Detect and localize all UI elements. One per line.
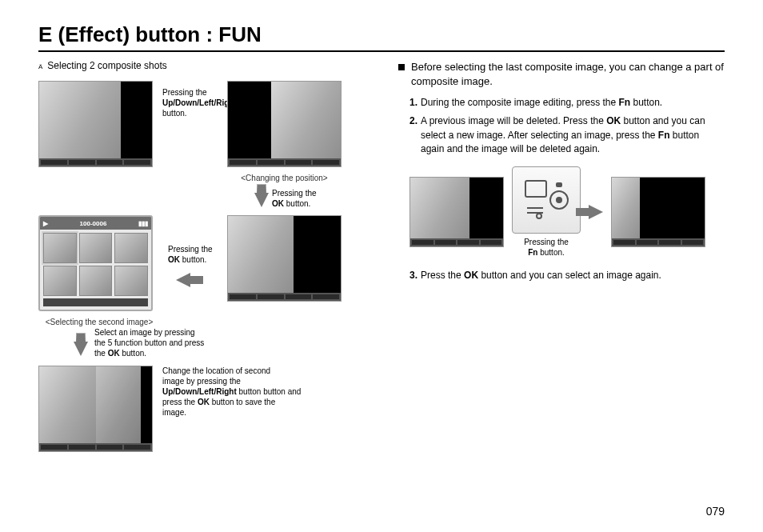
left-column: Ä Selecting 2 composite shots Pressing t… [38,60,382,462]
gallery-cell [114,233,148,263]
camera-back-icon [512,166,581,234]
gallery-cell [79,233,113,263]
arrow-down-icon [254,193,269,207]
gallery-cell [79,266,113,296]
right-thumb-2 [611,177,705,247]
arrow-left-icon [176,273,190,287]
right-heading: Before selecting the last composite imag… [398,60,725,88]
columns: Ä Selecting 2 composite shots Pressing t… [38,60,725,462]
play-icon: ▶ [43,220,48,227]
subheading-text: Selecting 2 composite shots [47,60,166,71]
arrow-right-icon [589,205,603,219]
press-ok-note-2: Pressing the OK button. [168,244,222,265]
gallery-cell [43,233,77,263]
image-gallery: ▶ 100-0006 ▮▮▮ [38,215,153,311]
press-ok-note-1: Pressing the OK button. [272,188,317,209]
step-1: 1. During the composite image editing, p… [409,96,725,110]
svg-point-4 [537,214,541,218]
select-5fn-note: Select an image by pressing the 5 functi… [94,327,230,358]
step-2: 2. A previous image will be deleted. Pre… [409,114,725,156]
change-location-note: Change the location of second image by p… [162,366,302,418]
right-illustration-row: Pressing the Fn button. [409,166,725,258]
step-3: 3. Press the OK button and you can selec… [409,269,725,282]
subheading: Ä Selecting 2 composite shots [38,60,382,74]
right-column: Before selecting the last composite imag… [398,60,725,462]
composite-thumb-1 [38,81,153,167]
svg-point-2 [556,197,562,203]
steps-list: 1. During the composite image editing, p… [409,96,725,157]
battery-icon: ▮▮▮ [138,220,148,227]
manual-page: E (Effect) button : FUN Ä Selecting 2 co… [0,0,763,478]
composite-thumb-4 [38,366,153,452]
steps-list-cont: 3. Press the OK button and you can selec… [409,269,725,282]
svg-rect-3 [556,182,562,187]
snowflake-icon: Ä [38,60,42,74]
right-thumb-1 [409,177,504,247]
square-bullet-icon [398,64,405,70]
caption-select-second: <Selecting the second image> [35,318,163,326]
press-updown-note: Pressing the Up/Down/Left/Right button. [162,87,226,118]
page-number: 079 [706,505,725,518]
gallery-cell [114,266,148,296]
arrow-down-icon [74,342,88,356]
gallery-cell [43,266,77,296]
page-title: E (Effect) button : FUN [38,22,725,52]
caption-change-position: <Changing the position> [227,174,342,182]
svg-rect-0 [525,181,546,197]
right-heading-text: Before selecting the last composite imag… [411,60,725,88]
gallery-filename: 100-0006 [80,220,107,227]
composite-thumb-2 [227,81,342,167]
composite-thumb-3 [227,215,342,302]
press-fn-note: Pressing the Fn button. [524,237,569,258]
